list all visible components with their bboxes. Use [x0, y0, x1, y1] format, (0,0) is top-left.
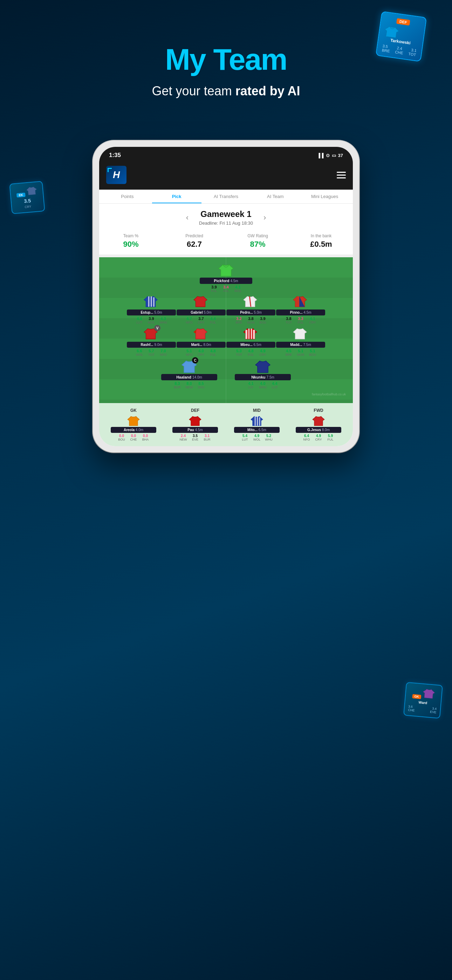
rating-2: 3.4 AVL	[221, 285, 231, 293]
status-icons: ▐▐ ⊙ ▭ 37	[317, 153, 343, 158]
rating-3: 5.1 BOU	[308, 349, 317, 356]
svg-rect-6	[251, 329, 252, 339]
gjesus-ratings: 6.4 NFO 4.9 CRY 5.9 FUL	[302, 434, 335, 441]
tab-mini-leagues[interactable]: Mini Leagues	[300, 189, 349, 203]
svg-rect-4	[253, 330, 255, 339]
tab-ai-transfers[interactable]: AI Transfers	[202, 189, 251, 203]
gabriel-ratings: 4.7 NFO 3.7 CRY 4.4 FUL	[184, 317, 218, 324]
stats-bar: Team % 90% Predicted 62.7 GW Rating 87% …	[99, 229, 353, 257]
svg-rect-8	[257, 417, 258, 425]
rating-1: 0.0 BOU	[117, 434, 126, 441]
player-haaland[interactable]: C Haaland 14.0m 8.3 BUR 8.0	[161, 359, 217, 389]
gk-row: Pickford 4.5m 3.9 FUL 3.4 AVL	[103, 263, 349, 293]
svg-rect-5	[248, 329, 250, 339]
pickford-ratings: 3.9 FUL 3.4 AVL 4.1 WOL	[209, 285, 243, 293]
tab-points[interactable]: Points	[103, 189, 152, 203]
logo: H	[106, 166, 126, 184]
rashf-jersey: V	[144, 327, 159, 341]
haaland-badge: Haaland 14.0m	[161, 374, 217, 380]
rating-2: 4.0 CRY	[196, 349, 206, 356]
captain-badge: C	[192, 357, 198, 363]
rating-2: 4.0 WHU	[258, 381, 268, 389]
rating-1: 4.5 BRE	[284, 349, 294, 356]
logo-letter: H	[113, 169, 120, 180]
nkunku-jersey	[255, 359, 271, 373]
areola-ratings: 0.0 BOU 0.0 CHE 0.0 BHA	[117, 434, 150, 441]
bench-gjesus[interactable]: FWD G.Jesus 8.0m 6.4 NFO	[296, 408, 341, 441]
tab-ai-team[interactable]: AI Team	[250, 189, 300, 203]
rating-1: 3.9 FUL	[209, 285, 219, 293]
pos-badge-left: EK	[16, 192, 25, 197]
gameweek-header: ‹ Gameweek 1 Deadline: Fri 11 Aug 18:30 …	[99, 204, 353, 229]
notch	[191, 147, 261, 158]
bg-card-right: GK Ward 3.6 3.4 CHE EVE	[403, 682, 443, 719]
player-madd[interactable]: Madd... 7.5m 4.5 BRE 5.1 MUN	[276, 327, 325, 356]
mbeu-jersey	[243, 327, 259, 341]
rating-3: 5.2 WHU	[264, 434, 274, 441]
rating-1: 5.3 TOT	[234, 349, 244, 356]
rating-1: 5.4 LUT	[240, 434, 250, 441]
madd-badge: Madd... 7.5m	[276, 342, 325, 348]
next-gw-button[interactable]: ›	[260, 212, 269, 224]
haaland-jersey: C	[181, 359, 197, 373]
mbeu-ratings: 5.3 TOT 4.8 FUL 4.9 CRY	[234, 349, 268, 356]
madd-ratings: 4.5 BRE 5.1 MUN 5.1 BOU	[284, 349, 317, 356]
mito-badge: Mito... 6.5m	[234, 427, 280, 433]
nkunku-badge: Nkunku 7.5m	[235, 374, 291, 380]
pinno-ratings: 3.8 TOT 3.3 FUL 4.1 CRY	[284, 317, 317, 324]
bg-card-tarkowski: DEF Tarkowski 3.5 2.4 3.1 BRE CHE TOT	[376, 11, 427, 62]
rating-3: 0.0 BHA	[140, 434, 150, 441]
rashf-ratings: 6.6 WOL 5.7 TOT 7.0 NFO	[135, 349, 168, 356]
logo-bracket	[108, 168, 112, 172]
madd-jersey	[293, 327, 308, 341]
hamburger-menu[interactable]	[337, 172, 346, 178]
rating-3: 4.3 WHU	[158, 317, 168, 324]
pedro-ratings: 3.2 BRE 3.8 MUN 3.9 BOU	[234, 317, 268, 324]
player-pickford[interactable]: Pickford 4.5m 3.9 FUL 3.4 AVL	[200, 263, 252, 293]
estup-jersey	[144, 295, 159, 309]
estup-badge: Estup... 5.0m	[127, 310, 176, 315]
bench-pos-def: DEF	[191, 408, 199, 413]
mid-jersey-marti	[193, 327, 207, 340]
haaland-ratings: 8.3 BUR 8.0 NEW 8.5 SHU	[172, 381, 206, 389]
rating-3: 4.1 WOL	[233, 285, 243, 293]
bench-row: GK Areola 4.0m 0.0 BOU	[103, 408, 349, 441]
battery-icon: ▭	[332, 153, 336, 158]
bench-mid-jersey	[250, 415, 263, 426]
player-pinno[interactable]: Pinno... 4.5m 3.8 TOT 3.3 FUL	[276, 295, 325, 324]
def-row: Estup... 5.0m 4.8 LUT 3.9 WOL	[103, 295, 349, 324]
bench-gk-jersey	[127, 415, 140, 426]
player-marti[interactable]: Marti... 8.0m 5.1 NFO 4.0 CRY	[177, 327, 226, 356]
pos-badge-right: GK	[412, 694, 421, 699]
rating-2: 5.1 MUN	[296, 349, 306, 356]
player-pedro[interactable]: Pedro... 5.0m 3.2 BRE 3.8 MUN	[226, 295, 275, 324]
rating-3: 4.8 FUL	[208, 349, 218, 356]
team-pct-label: Team %	[99, 234, 162, 238]
bench-areola[interactable]: GK Areola 4.0m 0.0 BOU	[111, 408, 156, 441]
bench-mito[interactable]: MID Mito... 6.5m 5.4	[234, 408, 280, 441]
rating-3: 5.9 FUL	[326, 434, 335, 441]
player-rashf[interactable]: V Rashf... 9.0m 6.6 WOL 5.7	[127, 327, 176, 356]
player-mbeu[interactable]: Mbeu... 6.5m 5.3 TOT 4.8 FUL	[226, 327, 275, 356]
tab-pick[interactable]: Pick	[152, 189, 202, 203]
rating-3: 7.0 NFO	[158, 349, 168, 356]
rating-1: 3.8 TOT	[284, 317, 294, 324]
rating-1: 6.6 WOL	[135, 349, 144, 356]
bench-pos-mid: MID	[253, 408, 261, 413]
fwd-row: C Haaland 14.0m 8.3 BUR 8.0	[103, 359, 349, 389]
rating-2: 4.9 WOL	[252, 434, 262, 441]
player-estup[interactable]: Estup... 5.0m 4.8 LUT 3.9 WOL	[127, 295, 176, 324]
svg-rect-9	[259, 417, 260, 425]
rating-1: 4.1 LIV	[246, 381, 256, 389]
player-nkunku[interactable]: Nkunku 7.5m 4.1 LIV 4.0 WHU	[235, 359, 291, 389]
bench-pau[interactable]: DEF Pau 4.5m 2.4 NEW	[172, 408, 218, 441]
bg-card-left: EK 3.5 CRY	[9, 181, 45, 214]
jersey-icon	[384, 24, 399, 38]
player-gabriel[interactable]: Gabriel 5.0m 4.7 NFO 3.7 CRY	[177, 295, 226, 324]
prev-gw-button[interactable]: ‹	[183, 212, 192, 224]
nkunku-ratings: 4.1 LIV 4.0 WHU 4.4 LUT	[246, 381, 280, 389]
wifi-icon: ⊙	[326, 153, 330, 158]
rating-3: 8.5 SHU	[196, 381, 206, 389]
bench-fwd-jersey	[312, 415, 325, 426]
gw-rating-stat: GW Rating 87%	[226, 234, 290, 249]
